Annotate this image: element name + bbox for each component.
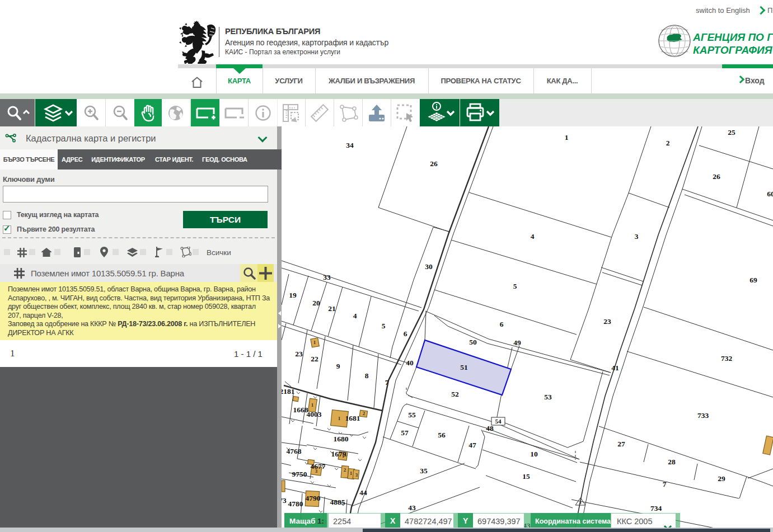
- svg-text:2: 2: [666, 139, 670, 147]
- svg-text:4677: 4677: [311, 462, 326, 470]
- svg-text:60: 60: [767, 190, 773, 198]
- svg-text:29: 29: [718, 474, 725, 483]
- svg-text:49: 49: [513, 338, 521, 347]
- svg-text:30: 30: [425, 262, 433, 271]
- svg-text:5: 5: [513, 282, 517, 290]
- svg-text:28: 28: [668, 458, 676, 466]
- svg-text:15: 15: [522, 472, 530, 481]
- svg-text:1: 1: [350, 470, 353, 476]
- svg-text:3: 3: [315, 468, 318, 474]
- svg-text:20: 20: [312, 299, 320, 307]
- svg-text:69: 69: [749, 276, 757, 284]
- svg-text:40: 40: [406, 359, 414, 367]
- svg-text:3: 3: [355, 472, 358, 478]
- svg-text:6: 6: [404, 329, 407, 338]
- svg-text:54: 54: [495, 418, 502, 425]
- svg-text:7: 7: [385, 378, 389, 387]
- svg-text:33: 33: [323, 273, 331, 281]
- svg-text:733: 733: [697, 411, 709, 420]
- svg-text:2181: 2181: [282, 387, 295, 396]
- svg-text:734: 734: [650, 504, 662, 512]
- svg-text:4003: 4003: [307, 410, 322, 418]
- svg-text:43: 43: [408, 503, 416, 512]
- svg-text:56: 56: [438, 431, 446, 439]
- svg-text:4: 4: [353, 312, 357, 320]
- svg-text:1681: 1681: [345, 414, 360, 422]
- svg-text:44: 44: [359, 488, 367, 497]
- svg-text:51: 51: [460, 363, 468, 371]
- svg-text:47: 47: [469, 441, 476, 449]
- svg-text:1: 1: [338, 416, 341, 421]
- svg-text:1: 1: [313, 340, 316, 345]
- svg-text:732: 732: [721, 354, 733, 362]
- svg-text:4790: 4790: [306, 494, 321, 502]
- svg-text:1680: 1680: [334, 435, 349, 443]
- svg-text:10: 10: [530, 450, 538, 458]
- svg-text:5: 5: [382, 322, 386, 330]
- svg-text:22: 22: [311, 355, 318, 363]
- svg-text:6: 6: [500, 320, 504, 328]
- svg-text:25: 25: [728, 128, 735, 136]
- svg-text:26: 26: [713, 172, 720, 181]
- svg-text:1: 1: [342, 453, 345, 459]
- svg-text:4780: 4780: [288, 500, 303, 508]
- svg-text:26: 26: [430, 159, 438, 168]
- svg-text:57: 57: [401, 429, 409, 437]
- svg-text:9: 9: [336, 362, 340, 370]
- svg-text:3: 3: [635, 232, 639, 241]
- svg-text:21: 21: [328, 304, 336, 313]
- svg-text:23: 23: [295, 350, 303, 358]
- svg-text:35: 35: [420, 467, 428, 475]
- svg-text:50: 50: [469, 338, 477, 346]
- svg-text:34: 34: [346, 141, 354, 149]
- svg-text:4: 4: [531, 232, 535, 241]
- svg-text:8: 8: [365, 371, 369, 380]
- svg-text:73: 73: [282, 496, 287, 505]
- svg-text:7: 7: [663, 480, 667, 488]
- svg-text:4768: 4768: [287, 447, 302, 455]
- svg-text:48: 48: [486, 424, 494, 432]
- svg-text:53: 53: [544, 393, 552, 401]
- svg-text:19: 19: [289, 291, 297, 299]
- svg-text:1: 1: [565, 133, 569, 142]
- svg-text:27: 27: [617, 440, 625, 448]
- svg-text:4885: 4885: [330, 498, 345, 506]
- svg-text:41: 41: [611, 364, 619, 372]
- svg-text:2: 2: [344, 467, 346, 473]
- svg-text:2: 2: [363, 411, 366, 416]
- svg-text:9750: 9750: [292, 470, 307, 478]
- svg-text:1: 1: [311, 402, 314, 408]
- svg-text:52: 52: [451, 390, 459, 398]
- svg-text:55: 55: [408, 411, 416, 419]
- svg-text:23: 23: [603, 317, 611, 326]
